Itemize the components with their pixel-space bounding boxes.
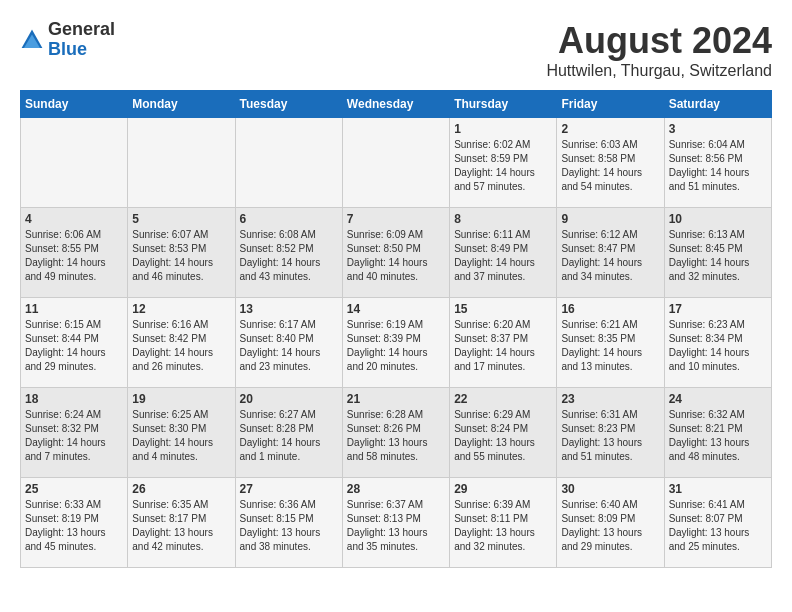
weekday-header: Friday — [557, 91, 664, 118]
day-number: 8 — [454, 212, 552, 226]
day-number: 20 — [240, 392, 338, 406]
day-info: Sunrise: 6:06 AM Sunset: 8:55 PM Dayligh… — [25, 228, 123, 284]
calendar-cell: 7Sunrise: 6:09 AM Sunset: 8:50 PM Daylig… — [342, 208, 449, 298]
day-number: 27 — [240, 482, 338, 496]
calendar-cell: 15Sunrise: 6:20 AM Sunset: 8:37 PM Dayli… — [450, 298, 557, 388]
weekday-header: Wednesday — [342, 91, 449, 118]
logo-icon — [20, 28, 44, 52]
calendar-cell: 23Sunrise: 6:31 AM Sunset: 8:23 PM Dayli… — [557, 388, 664, 478]
calendar-week-row: 18Sunrise: 6:24 AM Sunset: 8:32 PM Dayli… — [21, 388, 772, 478]
day-number: 30 — [561, 482, 659, 496]
day-info: Sunrise: 6:02 AM Sunset: 8:59 PM Dayligh… — [454, 138, 552, 194]
logo-general-text: General — [48, 20, 115, 40]
calendar-cell — [235, 118, 342, 208]
day-number: 31 — [669, 482, 767, 496]
day-info: Sunrise: 6:39 AM Sunset: 8:11 PM Dayligh… — [454, 498, 552, 554]
calendar-cell: 19Sunrise: 6:25 AM Sunset: 8:30 PM Dayli… — [128, 388, 235, 478]
logo: General Blue — [20, 20, 115, 60]
day-info: Sunrise: 6:04 AM Sunset: 8:56 PM Dayligh… — [669, 138, 767, 194]
calendar-cell: 4Sunrise: 6:06 AM Sunset: 8:55 PM Daylig… — [21, 208, 128, 298]
day-number: 29 — [454, 482, 552, 496]
weekday-header: Tuesday — [235, 91, 342, 118]
calendar-cell: 28Sunrise: 6:37 AM Sunset: 8:13 PM Dayli… — [342, 478, 449, 568]
calendar-cell: 6Sunrise: 6:08 AM Sunset: 8:52 PM Daylig… — [235, 208, 342, 298]
day-number: 5 — [132, 212, 230, 226]
calendar-cell: 22Sunrise: 6:29 AM Sunset: 8:24 PM Dayli… — [450, 388, 557, 478]
day-number: 23 — [561, 392, 659, 406]
day-info: Sunrise: 6:19 AM Sunset: 8:39 PM Dayligh… — [347, 318, 445, 374]
calendar-cell: 2Sunrise: 6:03 AM Sunset: 8:58 PM Daylig… — [557, 118, 664, 208]
title-block: August 2024 Huttwilen, Thurgau, Switzerl… — [546, 20, 772, 80]
calendar-cell: 27Sunrise: 6:36 AM Sunset: 8:15 PM Dayli… — [235, 478, 342, 568]
calendar-cell: 5Sunrise: 6:07 AM Sunset: 8:53 PM Daylig… — [128, 208, 235, 298]
calendar-table: SundayMondayTuesdayWednesdayThursdayFrid… — [20, 90, 772, 568]
calendar-cell: 26Sunrise: 6:35 AM Sunset: 8:17 PM Dayli… — [128, 478, 235, 568]
day-number: 21 — [347, 392, 445, 406]
day-number: 15 — [454, 302, 552, 316]
calendar-cell: 14Sunrise: 6:19 AM Sunset: 8:39 PM Dayli… — [342, 298, 449, 388]
day-number: 19 — [132, 392, 230, 406]
day-info: Sunrise: 6:27 AM Sunset: 8:28 PM Dayligh… — [240, 408, 338, 464]
day-info: Sunrise: 6:31 AM Sunset: 8:23 PM Dayligh… — [561, 408, 659, 464]
calendar-cell: 1Sunrise: 6:02 AM Sunset: 8:59 PM Daylig… — [450, 118, 557, 208]
day-number: 28 — [347, 482, 445, 496]
calendar-cell: 8Sunrise: 6:11 AM Sunset: 8:49 PM Daylig… — [450, 208, 557, 298]
day-number: 22 — [454, 392, 552, 406]
day-number: 26 — [132, 482, 230, 496]
weekday-header: Thursday — [450, 91, 557, 118]
day-info: Sunrise: 6:16 AM Sunset: 8:42 PM Dayligh… — [132, 318, 230, 374]
day-number: 1 — [454, 122, 552, 136]
day-number: 18 — [25, 392, 123, 406]
month-title: August 2024 — [546, 20, 772, 62]
calendar-cell: 31Sunrise: 6:41 AM Sunset: 8:07 PM Dayli… — [664, 478, 771, 568]
page-header: General Blue August 2024 Huttwilen, Thur… — [20, 20, 772, 80]
day-info: Sunrise: 6:17 AM Sunset: 8:40 PM Dayligh… — [240, 318, 338, 374]
day-number: 3 — [669, 122, 767, 136]
day-info: Sunrise: 6:03 AM Sunset: 8:58 PM Dayligh… — [561, 138, 659, 194]
calendar-cell: 25Sunrise: 6:33 AM Sunset: 8:19 PM Dayli… — [21, 478, 128, 568]
weekday-header-row: SundayMondayTuesdayWednesdayThursdayFrid… — [21, 91, 772, 118]
day-number: 14 — [347, 302, 445, 316]
day-number: 2 — [561, 122, 659, 136]
calendar-cell: 11Sunrise: 6:15 AM Sunset: 8:44 PM Dayli… — [21, 298, 128, 388]
day-number: 16 — [561, 302, 659, 316]
calendar-week-row: 4Sunrise: 6:06 AM Sunset: 8:55 PM Daylig… — [21, 208, 772, 298]
calendar-cell: 21Sunrise: 6:28 AM Sunset: 8:26 PM Dayli… — [342, 388, 449, 478]
day-info: Sunrise: 6:21 AM Sunset: 8:35 PM Dayligh… — [561, 318, 659, 374]
calendar-cell: 3Sunrise: 6:04 AM Sunset: 8:56 PM Daylig… — [664, 118, 771, 208]
day-info: Sunrise: 6:07 AM Sunset: 8:53 PM Dayligh… — [132, 228, 230, 284]
weekday-header: Monday — [128, 91, 235, 118]
day-info: Sunrise: 6:20 AM Sunset: 8:37 PM Dayligh… — [454, 318, 552, 374]
day-number: 12 — [132, 302, 230, 316]
day-info: Sunrise: 6:23 AM Sunset: 8:34 PM Dayligh… — [669, 318, 767, 374]
day-number: 24 — [669, 392, 767, 406]
calendar-cell: 13Sunrise: 6:17 AM Sunset: 8:40 PM Dayli… — [235, 298, 342, 388]
calendar-cell: 17Sunrise: 6:23 AM Sunset: 8:34 PM Dayli… — [664, 298, 771, 388]
calendar-week-row: 25Sunrise: 6:33 AM Sunset: 8:19 PM Dayli… — [21, 478, 772, 568]
day-info: Sunrise: 6:12 AM Sunset: 8:47 PM Dayligh… — [561, 228, 659, 284]
weekday-header: Sunday — [21, 91, 128, 118]
calendar-cell: 10Sunrise: 6:13 AM Sunset: 8:45 PM Dayli… — [664, 208, 771, 298]
calendar-cell: 16Sunrise: 6:21 AM Sunset: 8:35 PM Dayli… — [557, 298, 664, 388]
day-info: Sunrise: 6:33 AM Sunset: 8:19 PM Dayligh… — [25, 498, 123, 554]
calendar-week-row: 11Sunrise: 6:15 AM Sunset: 8:44 PM Dayli… — [21, 298, 772, 388]
day-info: Sunrise: 6:28 AM Sunset: 8:26 PM Dayligh… — [347, 408, 445, 464]
day-number: 9 — [561, 212, 659, 226]
day-info: Sunrise: 6:32 AM Sunset: 8:21 PM Dayligh… — [669, 408, 767, 464]
day-info: Sunrise: 6:08 AM Sunset: 8:52 PM Dayligh… — [240, 228, 338, 284]
day-info: Sunrise: 6:11 AM Sunset: 8:49 PM Dayligh… — [454, 228, 552, 284]
day-info: Sunrise: 6:36 AM Sunset: 8:15 PM Dayligh… — [240, 498, 338, 554]
calendar-cell: 30Sunrise: 6:40 AM Sunset: 8:09 PM Dayli… — [557, 478, 664, 568]
day-info: Sunrise: 6:35 AM Sunset: 8:17 PM Dayligh… — [132, 498, 230, 554]
calendar-cell: 24Sunrise: 6:32 AM Sunset: 8:21 PM Dayli… — [664, 388, 771, 478]
day-number: 7 — [347, 212, 445, 226]
day-info: Sunrise: 6:41 AM Sunset: 8:07 PM Dayligh… — [669, 498, 767, 554]
day-info: Sunrise: 6:37 AM Sunset: 8:13 PM Dayligh… — [347, 498, 445, 554]
day-number: 11 — [25, 302, 123, 316]
day-info: Sunrise: 6:24 AM Sunset: 8:32 PM Dayligh… — [25, 408, 123, 464]
day-info: Sunrise: 6:13 AM Sunset: 8:45 PM Dayligh… — [669, 228, 767, 284]
day-info: Sunrise: 6:15 AM Sunset: 8:44 PM Dayligh… — [25, 318, 123, 374]
calendar-cell — [21, 118, 128, 208]
weekday-header: Saturday — [664, 91, 771, 118]
day-info: Sunrise: 6:29 AM Sunset: 8:24 PM Dayligh… — [454, 408, 552, 464]
